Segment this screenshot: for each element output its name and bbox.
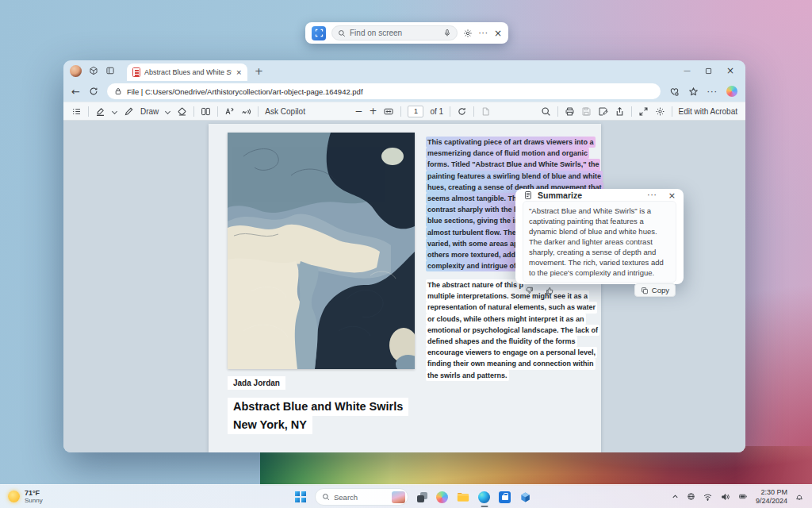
edge-app-button[interactable]	[478, 485, 490, 508]
workspaces-icon[interactable]	[89, 66, 98, 75]
address-url: File | C:Users/Onedrive/Arthistorycollec…	[127, 87, 363, 96]
browser-tab[interactable]: Abstract Blues and White Swirls by J ×	[127, 64, 247, 81]
cube-app-icon	[519, 491, 531, 503]
taskbar-search-icon	[322, 493, 330, 501]
edit-with-acrobat-button[interactable]: Edit with Acrobat	[679, 107, 737, 116]
visual-search-icon[interactable]	[312, 26, 326, 40]
file-explorer-button[interactable]	[457, 485, 469, 508]
zoom-out-icon[interactable]: −	[354, 106, 362, 116]
popup-close-icon[interactable]: ×	[668, 191, 676, 200]
store-app-button[interactable]	[499, 485, 511, 508]
copilot-app-icon	[436, 491, 448, 503]
speaker-icon[interactable]	[720, 492, 730, 502]
thumbs-down-icon[interactable]	[525, 286, 534, 295]
address-row: ← File | C:Users/Onedrive/Arthistorycoll…	[63, 81, 745, 102]
find-search-input[interactable]: Find on screen	[331, 25, 458, 40]
tray-chevron-up-icon[interactable]	[671, 492, 680, 501]
pdf-settings-icon[interactable]	[655, 106, 665, 117]
pdf-text-line: others more textured, addin	[426, 249, 523, 260]
pdf-text-line: complexity and intrigue of t	[426, 260, 523, 271]
summarize-title: Summarize	[538, 190, 642, 200]
taskbar-search-placeholder: Search	[334, 493, 388, 502]
highlighter-icon[interactable]	[95, 106, 105, 117]
battery-icon[interactable]	[737, 492, 749, 501]
taskbar-apps: Search	[295, 485, 531, 508]
browser-menu-icon[interactable]: ···	[707, 87, 718, 96]
wifi-icon[interactable]	[703, 492, 713, 502]
profile-avatar[interactable]	[70, 65, 82, 77]
copy-icon	[641, 287, 649, 294]
pdf-text-line: emotional or psychological landscape. Th…	[426, 325, 599, 336]
read-aloud-icon[interactable]	[241, 106, 251, 117]
draw-dropdown-icon[interactable]	[165, 109, 170, 114]
pdf-text-line: encourage viewers to engage on a persona…	[426, 347, 597, 358]
microsoft-store-icon	[499, 491, 511, 503]
save-as-icon[interactable]	[598, 106, 608, 117]
thumbs-up-icon[interactable]	[545, 286, 554, 295]
tab-close-icon[interactable]: ×	[236, 69, 242, 76]
summary-text: "Abstract Blue and White Swirls" is a ca…	[523, 201, 676, 283]
share-icon[interactable]	[615, 106, 625, 117]
copilot-app-button[interactable]	[436, 485, 448, 508]
summarize-doc-icon	[523, 190, 533, 200]
taskbar-search[interactable]: Search	[315, 488, 408, 506]
tab-title: Abstract Blues and White Swirls by J	[144, 68, 232, 76]
ask-copilot-button[interactable]: Ask Copilot	[265, 107, 305, 116]
taskbar: 71°F Sunny Search	[0, 484, 812, 508]
settings-gear-icon[interactable]	[463, 29, 473, 38]
mic-icon[interactable]	[443, 29, 451, 37]
blue-cube-app-button[interactable]	[519, 485, 531, 508]
page-number-input[interactable]: 1	[408, 106, 423, 117]
notification-bell-icon[interactable]	[795, 492, 804, 502]
popup-more-icon[interactable]: ···	[647, 191, 657, 199]
pdf-text-line: finding their own meaning and connection…	[426, 358, 596, 369]
eraser-icon[interactable]	[177, 106, 187, 117]
fit-width-icon[interactable]	[383, 106, 394, 117]
taskbar-weather[interactable]: 71°F Sunny	[0, 489, 43, 505]
clock-time: 2:30 PM	[760, 488, 787, 497]
start-button[interactable]	[295, 485, 306, 508]
draw-pen-icon[interactable]	[124, 106, 134, 117]
fullscreen-icon[interactable]	[638, 106, 649, 117]
favorites-star-icon[interactable]	[688, 87, 699, 97]
refresh-icon[interactable]	[89, 87, 98, 96]
pdf-toolbar: Draw Ask Copilot	[63, 102, 745, 121]
back-icon[interactable]: ←	[71, 87, 80, 97]
pdf-search-icon[interactable]	[541, 106, 551, 117]
minimize-icon[interactable]: —	[684, 67, 691, 75]
more-options-icon[interactable]: ···	[478, 29, 488, 37]
pdf-text-line: This captivating piece of art draws view…	[426, 137, 596, 148]
artwork-title-block: Abstract Blue and White Swirls New York,…	[228, 398, 408, 434]
close-icon[interactable]: ×	[494, 29, 502, 38]
windows-logo-icon	[295, 491, 306, 502]
text-size-icon[interactable]	[224, 106, 235, 117]
pdf-text-line: seems almost tangible. The d	[426, 193, 529, 204]
draw-label[interactable]: Draw	[140, 107, 159, 116]
copy-button[interactable]: Copy	[634, 283, 676, 297]
copilot-icon[interactable]	[726, 86, 737, 97]
tray-app-icon[interactable]	[687, 492, 695, 501]
tab-actions-icon[interactable]	[105, 66, 115, 75]
file-explorer-icon	[457, 491, 469, 502]
artwork-location: New York, NY	[228, 416, 312, 434]
table-of-contents-icon[interactable]	[71, 106, 82, 117]
highlighter-dropdown-icon[interactable]	[112, 109, 117, 114]
new-tab-icon[interactable]: +	[255, 66, 263, 76]
zoom-in-icon[interactable]: +	[369, 106, 377, 116]
print-icon[interactable]	[565, 106, 575, 117]
taskbar-clock[interactable]: 2:30 PM 9/24/2024	[756, 488, 787, 505]
address-bar[interactable]: File | C:Users/Onedrive/Arthistorycollec…	[107, 83, 661, 99]
summarize-popup-header: Summarize ··· ×	[515, 189, 684, 200]
tab-strip: Abstract Blues and White Swirls by J × +…	[63, 60, 745, 81]
window-close-icon[interactable]: ×	[726, 66, 734, 75]
search-highlight-thumbnail	[392, 491, 405, 503]
edge-icon	[478, 491, 490, 503]
task-view-button[interactable]	[417, 485, 427, 508]
page-view-icon[interactable]	[201, 106, 211, 117]
browser-essentials-icon[interactable]	[669, 87, 680, 97]
browser-window: Abstract Blues and White Swirls by J × +…	[63, 60, 745, 452]
search-icon	[338, 29, 346, 37]
save-icon	[581, 106, 592, 117]
maximize-icon[interactable]	[705, 67, 712, 75]
rotate-icon[interactable]	[457, 106, 467, 117]
